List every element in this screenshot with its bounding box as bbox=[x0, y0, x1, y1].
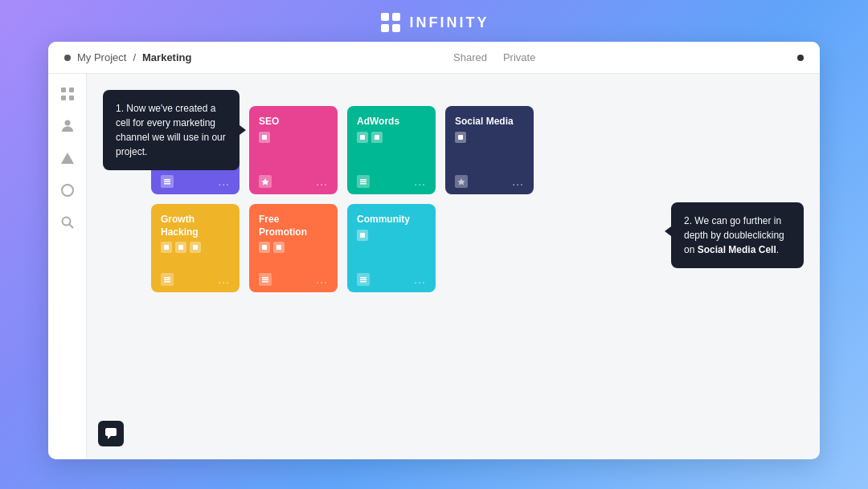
svg-point-11 bbox=[62, 218, 70, 226]
cell-title: AdWords bbox=[357, 116, 426, 128]
breadcrumb-center: Shared Private bbox=[453, 51, 535, 63]
breadcrumb-section: Marketing bbox=[142, 51, 191, 63]
cell-growth-hacking[interactable]: Growth Hacking bbox=[151, 204, 240, 292]
cell-title: SEO bbox=[259, 116, 328, 128]
tooltip-1: 1. Now we've created a cell for every ma… bbox=[103, 90, 240, 170]
svg-rect-1 bbox=[392, 13, 400, 21]
cell-free-promotion[interactable]: Free Promotion bbox=[249, 204, 338, 292]
cell-icon bbox=[371, 132, 383, 143]
sidebar-icon-grid[interactable] bbox=[59, 85, 76, 103]
svg-rect-29 bbox=[164, 277, 170, 279]
cell-more-dots[interactable]: ... bbox=[218, 175, 230, 188]
svg-rect-32 bbox=[262, 245, 267, 250]
svg-rect-41 bbox=[105, 428, 117, 436]
svg-rect-38 bbox=[360, 277, 366, 279]
svg-rect-33 bbox=[276, 245, 281, 250]
private-label[interactable]: Private bbox=[503, 51, 535, 63]
cell-more-dots[interactable]: ... bbox=[316, 273, 328, 286]
cell-footer-icon bbox=[161, 175, 174, 188]
svg-rect-26 bbox=[164, 245, 169, 250]
breadcrumb-right-dot bbox=[797, 55, 804, 61]
svg-rect-2 bbox=[381, 24, 389, 32]
breadcrumb-project: My Project bbox=[77, 51, 126, 63]
app-title: INFINITY bbox=[410, 14, 489, 31]
svg-rect-22 bbox=[360, 179, 366, 181]
cell-icon bbox=[357, 132, 368, 143]
svg-rect-23 bbox=[360, 181, 366, 183]
svg-rect-5 bbox=[69, 88, 74, 92]
svg-rect-19 bbox=[262, 135, 267, 140]
svg-rect-25 bbox=[458, 135, 463, 140]
cell-icons bbox=[357, 230, 426, 241]
svg-rect-31 bbox=[164, 281, 170, 283]
cell-icons bbox=[259, 242, 328, 253]
tooltip-1-text: 1. Now we've created a cell for every ma… bbox=[116, 103, 226, 157]
cell-footer: ... bbox=[455, 175, 524, 188]
svg-rect-24 bbox=[360, 183, 366, 185]
cell-icon bbox=[190, 242, 201, 253]
cell-title: Social Media bbox=[455, 116, 524, 128]
cell-more-dots[interactable]: ... bbox=[414, 175, 426, 188]
svg-rect-34 bbox=[262, 277, 268, 279]
cell-icons bbox=[259, 132, 328, 143]
svg-rect-40 bbox=[360, 281, 366, 283]
cell-footer-icon bbox=[161, 273, 174, 286]
cell-footer: ... bbox=[161, 175, 230, 188]
svg-rect-16 bbox=[164, 179, 170, 181]
cell-title: Community bbox=[357, 214, 426, 226]
svg-point-8 bbox=[64, 120, 70, 126]
svg-rect-27 bbox=[178, 245, 183, 250]
cell-social-media[interactable]: Social Media ... bbox=[445, 106, 534, 194]
cell-footer: ... bbox=[357, 175, 426, 188]
cell-icon bbox=[161, 242, 172, 253]
sidebar-icon-triangle[interactable] bbox=[59, 149, 76, 167]
cell-icon bbox=[175, 242, 186, 253]
svg-rect-3 bbox=[392, 24, 400, 32]
cell-footer: ... bbox=[259, 175, 328, 188]
svg-rect-39 bbox=[360, 279, 366, 281]
content-area: 1. Now we've created a cell for every ma… bbox=[48, 74, 820, 459]
sidebar-icon-circle[interactable] bbox=[59, 181, 76, 199]
cell-footer-icon bbox=[259, 175, 272, 188]
breadcrumb-indicator bbox=[64, 55, 71, 61]
cell-title: Free Promotion bbox=[259, 214, 328, 238]
cell-icon bbox=[273, 242, 285, 253]
svg-rect-35 bbox=[262, 279, 268, 281]
svg-rect-18 bbox=[164, 183, 170, 185]
top-bar: INFINITY bbox=[0, 0, 868, 42]
svg-rect-17 bbox=[164, 181, 170, 183]
cell-footer-icon bbox=[357, 175, 370, 188]
svg-rect-21 bbox=[375, 135, 379, 140]
cell-footer-icon bbox=[259, 273, 272, 286]
svg-marker-42 bbox=[108, 436, 111, 439]
cell-more-dots[interactable]: ... bbox=[512, 175, 524, 188]
cell-footer: ... bbox=[259, 273, 328, 286]
cell-icon bbox=[455, 132, 466, 143]
cell-footer-icon bbox=[357, 273, 370, 286]
cell-adwords[interactable]: AdWords bbox=[347, 106, 436, 194]
sidebar bbox=[48, 74, 87, 459]
sidebar-icon-person[interactable] bbox=[59, 117, 76, 135]
main-card: My Project / Marketing Shared Private bbox=[48, 42, 820, 459]
sidebar-icon-search[interactable] bbox=[59, 214, 76, 231]
cell-icons bbox=[357, 132, 426, 143]
cell-more-dots[interactable]: ... bbox=[316, 175, 328, 188]
cell-seo[interactable]: SEO ... bbox=[249, 106, 338, 194]
cell-community[interactable]: Community ... bbox=[347, 204, 436, 292]
cell-icons bbox=[161, 242, 230, 253]
breadcrumb-separator: / bbox=[133, 51, 136, 63]
cell-more-dots[interactable]: ... bbox=[218, 273, 230, 286]
cell-more-dots[interactable]: ... bbox=[414, 273, 426, 286]
svg-rect-36 bbox=[262, 281, 268, 283]
breadcrumb-bar: My Project / Marketing Shared Private bbox=[48, 42, 820, 74]
cell-icon bbox=[357, 230, 368, 241]
cell-icons bbox=[455, 132, 524, 143]
chat-icon[interactable] bbox=[98, 421, 124, 446]
canvas: 1. Now we've created a cell for every ma… bbox=[87, 74, 820, 459]
cell-icon bbox=[259, 132, 270, 143]
cell-footer: ... bbox=[357, 273, 426, 286]
shared-label[interactable]: Shared bbox=[453, 51, 487, 63]
svg-rect-6 bbox=[61, 96, 66, 100]
svg-rect-7 bbox=[69, 96, 74, 100]
cell-footer: ... bbox=[161, 273, 230, 286]
